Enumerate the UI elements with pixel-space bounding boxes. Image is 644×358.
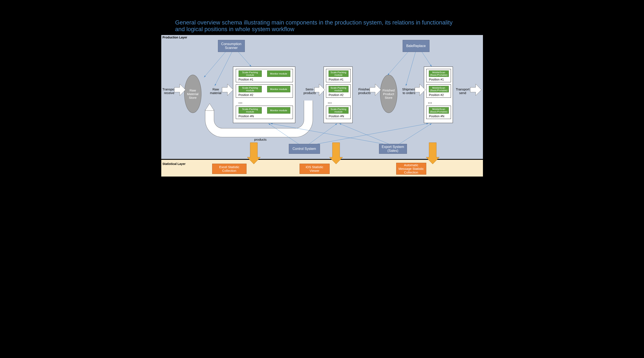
scripts-label-1: Scripts	[252, 146, 255, 155]
ellipsis-c: …	[428, 100, 432, 104]
monitor-a1: Monitor module	[267, 70, 290, 77]
scripts-label-2: Scripts	[334, 146, 337, 155]
scale-packing-a2: Scale-Packing module	[238, 86, 262, 92]
mobilescan-cN: MobileScan (Basic/Portable)	[429, 107, 449, 114]
pos-bN: Scale-Packing module Position #N	[326, 106, 351, 119]
processing-group-c: MobileScan (Basic/Portable) Position #1 …	[424, 66, 453, 123]
scale-packing-bN: Scale-Packing module	[328, 107, 348, 114]
pos-b2-label: Position #2	[329, 93, 344, 97]
pos-c1: MobileScan (Basic/Portable) Position #1	[426, 69, 451, 82]
pos-aN: Scale-Packing module Monitor module Posi…	[236, 106, 293, 119]
pos-cN: MobileScan (Basic/Portable) Position #N	[426, 106, 451, 119]
pos-a2: Scale-Packing module Monitor module Posi…	[236, 84, 293, 98]
raw-material-store: Raw Material Store	[184, 75, 202, 113]
pos-c2: MobileScan (Basic/Portable) Position #2	[426, 84, 451, 98]
pos-cN-label: Position #N	[429, 114, 444, 118]
mobilescan-c2: MobileScan (Basic/Portable)	[429, 86, 449, 92]
mobilescan-c1: MobileScan (Basic/Portable)	[429, 70, 449, 77]
scale-packing-aN: Scale-Packing module	[238, 107, 262, 114]
consumption-scanner-box: Consumption Scanner	[218, 40, 245, 52]
scale-packing-b2: Scale-Packing module	[328, 86, 348, 92]
pos-bN-label: Position #N	[329, 114, 344, 118]
scripts-label-3: Scripts	[430, 146, 434, 155]
production-layer-label: Production Layer	[162, 36, 187, 39]
control-system-box: Control System	[289, 144, 320, 154]
monitor-aN: Monitor module	[267, 107, 290, 114]
pos-aN-label: Position #N	[238, 114, 254, 118]
processing-group-b: Scale-Packing module Position #1 Scale-P…	[324, 66, 352, 123]
pos-c1-label: Position #1	[429, 78, 444, 81]
auto-msg-statistic-box: Automatic Message Statistic Collection	[396, 163, 426, 174]
pos-b1-label: Position #1	[329, 78, 344, 81]
pos-b2: Scale-Packing module Position #2	[326, 84, 351, 98]
semi-products-loop-label: Semi-products	[253, 134, 268, 142]
pos-b1: Scale-Packing module Position #1	[326, 69, 351, 82]
finished-product-store: Finished Product Store	[380, 75, 397, 113]
processing-group-a: Scale-Packing module Monitor module Posi…	[233, 66, 295, 123]
shipment-label: Shipment to orders	[402, 88, 416, 95]
transport-send-label: Transport send	[455, 88, 470, 95]
ios-statistic-box: iOS Statistic Viewer	[300, 164, 330, 174]
monitor-a2: Monitor module	[267, 86, 290, 92]
scale-packing-b1: Scale-Packing module	[328, 70, 348, 77]
pos-a2-label: Position #2	[238, 93, 254, 97]
semi-products-label: Semi-products	[303, 88, 317, 95]
scale-packing-a1: Scale-Packing module	[238, 70, 262, 77]
diagram-title: General overview schema illustrating mai…	[175, 19, 462, 33]
pos-a1: Scale-Packing module Monitor module Posi…	[236, 69, 293, 82]
excel-statistic-box: Excel Statistic Collection	[212, 164, 246, 174]
pos-a1-label: Position #1	[238, 78, 254, 81]
bale-replace-box: BaleReplace	[403, 40, 430, 52]
raw-material-label: Raw material	[209, 88, 222, 95]
ellipsis-b: …	[328, 100, 332, 104]
finished-products-label: Finished products	[358, 88, 372, 95]
ellipsis-a: …	[238, 100, 243, 104]
export-system-box: Export System (Sales)	[379, 144, 407, 154]
statistical-layer-label: Statistical Layer	[162, 162, 186, 166]
transport-receive-label: Transport receive	[162, 88, 176, 95]
pos-c2-label: Position #2	[429, 93, 444, 97]
